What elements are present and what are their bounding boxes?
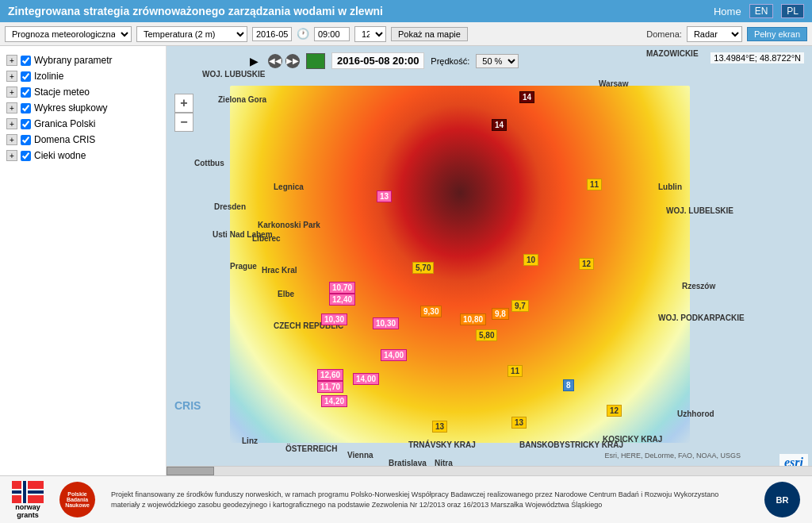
br-text: BR bbox=[776, 495, 789, 505]
geo-label-7: WOJ. LUBELSKIE bbox=[666, 206, 733, 215]
station-s17[interactable]: 14,00 bbox=[381, 349, 407, 361]
date-input[interactable] bbox=[252, 27, 292, 41]
geo-label-20: Legnica bbox=[274, 183, 304, 191]
header: Zintegrowana strategia zrównoważonego za… bbox=[0, 0, 812, 22]
geo-label-15: ÖSTERREICH bbox=[285, 444, 338, 453]
station-s21[interactable]: 14,00 bbox=[353, 373, 379, 385]
expand-icon-izolinie[interactable]: + bbox=[6, 71, 17, 82]
map-attribution: Esri, HERE, DeLorme, FAO, NOAA, USGS bbox=[604, 452, 741, 460]
heatmap-overlay bbox=[230, 86, 690, 443]
prognoza-select[interactable]: Prognoza meteorologiczna bbox=[5, 26, 132, 42]
prev-frame-button[interactable]: ◀◀ bbox=[268, 54, 282, 68]
station-s11[interactable]: 10,30 bbox=[373, 317, 399, 329]
geo-label-0: WOJ. LUBUSKIE bbox=[202, 70, 265, 79]
geo-label-1: Warsaw bbox=[599, 79, 628, 88]
sidebar-item-izolinie[interactable]: + Izolinie bbox=[5, 68, 161, 84]
station-s9[interactable]: 12,40 bbox=[329, 294, 355, 306]
map-container[interactable]: + − ▶ ◀◀ ▶▶ 2016-05-08 20:00 Prędkość: 5… bbox=[167, 46, 812, 475]
geo-label-8: TRNÁVSKY KRAJ bbox=[408, 440, 476, 449]
station-s15[interactable]: 9,7 bbox=[511, 300, 529, 312]
br-logo: BR bbox=[764, 482, 800, 517]
norway-grants-logo: norway grants bbox=[12, 481, 44, 519]
toolbar: Prognoza meteorologiczna Temperatura (2 … bbox=[0, 22, 812, 46]
checkbox-izolinie[interactable] bbox=[21, 71, 31, 82]
duration-select[interactable]: 12h bbox=[354, 26, 386, 42]
show-map-button[interactable]: Pokaż na mapie bbox=[391, 27, 468, 41]
geo-label-4: Rzeszów bbox=[682, 282, 715, 290]
time-input[interactable] bbox=[314, 27, 350, 41]
geo-label-10: KOSICKY KRAJ bbox=[603, 435, 662, 444]
domena-select[interactable]: Radar bbox=[687, 26, 742, 42]
map-playback-controls: ▶ ◀◀ ▶▶ 2016-05-08 20:00 Prędkość: 50 % bbox=[246, 52, 519, 69]
scrollbar-thumb[interactable] bbox=[167, 467, 214, 475]
zoom-out-button[interactable]: − bbox=[174, 113, 193, 132]
color-indicator bbox=[306, 53, 325, 69]
sidebar-item-domena-cris[interactable]: + Domena CRIS bbox=[5, 132, 161, 148]
geo-label-22: Liberec bbox=[252, 234, 281, 243]
norway-label: norway grants bbox=[15, 503, 40, 519]
lang-en-button[interactable]: EN bbox=[749, 4, 774, 18]
expand-icon-granica-polski[interactable]: + bbox=[6, 118, 17, 129]
station-s14[interactable]: 9,8 bbox=[492, 308, 509, 320]
fullscreen-button[interactable]: Pełny ekran bbox=[747, 27, 807, 41]
sidebar-items: + Wybrany parametr + Izolinie + Stacje m… bbox=[5, 52, 161, 163]
play-button[interactable]: ▶ bbox=[246, 53, 262, 69]
station-s22[interactable]: 14,20 bbox=[321, 395, 347, 407]
station-s26[interactable]: 12 bbox=[607, 405, 622, 417]
station-s20[interactable]: 11,70 bbox=[317, 381, 343, 393]
next-frame-button[interactable]: ▶▶ bbox=[285, 54, 300, 68]
station-s4[interactable]: 13 bbox=[377, 190, 392, 202]
sidebar-item-stacje-meteo[interactable]: + Stacje meteo bbox=[5, 84, 161, 100]
station-s3[interactable]: 11 bbox=[587, 179, 602, 190]
norway-flag bbox=[12, 481, 44, 503]
footer: norway grants Polskie Badania Naukowe Pr… bbox=[0, 475, 812, 523]
checkbox-stacje-meteo[interactable] bbox=[21, 87, 31, 98]
label-wybrany-parametr: Wybrany parametr bbox=[34, 55, 113, 66]
expand-icon-stacje-meteo[interactable]: + bbox=[6, 87, 17, 98]
map-datetime: 2016-05-08 20:00 bbox=[331, 52, 424, 69]
station-s5[interactable]: 10 bbox=[523, 254, 538, 266]
geo-label-25: Linz bbox=[242, 436, 258, 445]
label-stacje-meteo: Stacje meteo bbox=[34, 87, 90, 98]
label-izolinie: Izolinie bbox=[34, 71, 63, 82]
station-s25[interactable]: 13 bbox=[511, 417, 527, 429]
sidebar-item-granica-polski[interactable]: + Granica Polski bbox=[5, 116, 161, 132]
map-zoom-controls: + − bbox=[174, 94, 193, 132]
station-s19[interactable]: 12,60 bbox=[317, 369, 343, 381]
station-s16[interactable]: 5,80 bbox=[476, 329, 497, 341]
zoom-in-button[interactable]: + bbox=[174, 94, 193, 113]
sidebar-item-wybrany-parametr[interactable]: + Wybrany parametr bbox=[5, 52, 161, 68]
polish-logo-text: Polskie Badania Naukowe bbox=[59, 491, 95, 508]
sidebar-item-wykres-slupkowy[interactable]: + Wykres słupkowy bbox=[5, 100, 161, 116]
checkbox-domena-cris[interactable] bbox=[21, 135, 31, 145]
station-s18[interactable]: 11 bbox=[508, 365, 523, 377]
lang-pl-button[interactable]: PL bbox=[781, 4, 804, 18]
sidebar-item-cieki-wodne[interactable]: + Cieki wodne bbox=[5, 148, 161, 163]
station-s10[interactable]: 10,30 bbox=[321, 313, 347, 325]
checkbox-wybrany-parametr[interactable] bbox=[21, 56, 31, 66]
label-granica-polski: Granica Polski bbox=[34, 118, 95, 129]
station-s1[interactable]: 14 bbox=[519, 91, 534, 103]
station-s7[interactable]: 5,70 bbox=[412, 262, 434, 274]
expand-icon-wykres-slupkowy[interactable]: + bbox=[6, 102, 17, 113]
station-s23[interactable]: 8 bbox=[563, 379, 574, 391]
map-scrollbar[interactable] bbox=[167, 466, 812, 475]
expand-icon-domena-cris[interactable]: + bbox=[6, 134, 17, 145]
home-link[interactable]: Home bbox=[714, 6, 741, 17]
station-s8[interactable]: 10,70 bbox=[329, 282, 355, 294]
station-s6[interactable]: 12 bbox=[579, 258, 594, 270]
station-s12[interactable]: 9,30 bbox=[420, 306, 442, 317]
checkbox-wykres-slupkowy[interactable] bbox=[21, 103, 31, 113]
sidebar: + Wybrany parametr + Izolinie + Stacje m… bbox=[0, 46, 167, 475]
checkbox-cieki-wodne[interactable] bbox=[21, 151, 31, 161]
geo-label-26: Elbe bbox=[278, 290, 294, 298]
station-s2[interactable]: 14 bbox=[492, 119, 507, 131]
station-s13[interactable]: 10,80 bbox=[460, 313, 486, 325]
geo-label-14: Uzhhorod bbox=[677, 410, 714, 418]
temperatura-select[interactable]: Temperatura (2 m) bbox=[136, 26, 247, 42]
expand-icon-cieki-wodne[interactable]: + bbox=[6, 150, 17, 161]
expand-icon-wybrany-parametr[interactable]: + bbox=[6, 55, 17, 66]
speed-select[interactable]: 50 % bbox=[476, 54, 519, 68]
checkbox-granica-polski[interactable] bbox=[21, 119, 31, 129]
station-s24[interactable]: 13 bbox=[432, 421, 447, 433]
